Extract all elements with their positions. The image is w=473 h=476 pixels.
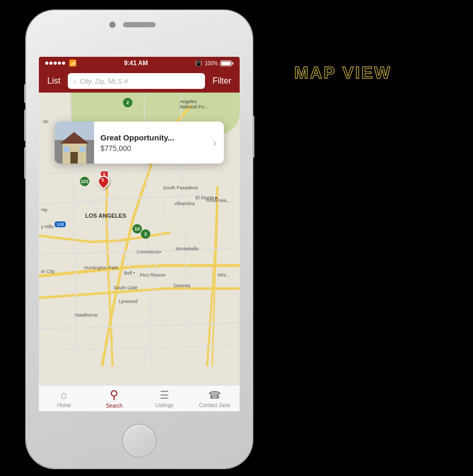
signal-dot: [45, 62, 48, 65]
highway-2-shield: 2: [123, 98, 132, 107]
map-label-er-city: er City: [41, 269, 55, 274]
map-label-el-monte: El Monte►: [196, 195, 219, 200]
listings-icon: ☰: [160, 389, 169, 401]
battery-body: [220, 60, 232, 66]
phone-icon: ☎: [208, 389, 221, 401]
home-icon: ⌂: [61, 389, 67, 401]
signal-dot: [58, 62, 61, 65]
battery-percent: 100%: [204, 60, 218, 66]
battery-icon: [220, 60, 233, 66]
signal-dot: [62, 62, 65, 65]
tab-contact-label: Contact Jane: [199, 402, 230, 408]
property-image: [55, 121, 94, 164]
nav-bar: List ⌕ City, Zip, MLS # Filter: [39, 69, 240, 93]
volume-mute-button: [24, 84, 26, 103]
status-right: 📳 100%: [195, 60, 233, 67]
volume-up-button: [24, 109, 26, 141]
map-label-hawthorne: Hawthorne: [75, 312, 98, 318]
phone-frame: 📶 9:41 AM 📳 100% List: [26, 11, 252, 468]
tab-bar: ⌂ Home ⚲ Search ☰ Listings ☎ Contact Jan…: [39, 385, 240, 411]
map-label-huntington-park: Huntington Park: [84, 265, 118, 270]
camera: [109, 22, 116, 28]
house-svg: [55, 121, 94, 164]
speaker: [123, 22, 156, 27]
tab-search[interactable]: ⚲ Search: [89, 388, 140, 409]
map-label-montebello: Montebello: [176, 246, 199, 251]
signal-dots: [45, 62, 65, 65]
map-label-angeles: AngelesNational Fo...: [180, 99, 208, 109]
map-pin-5[interactable]: 5: [98, 176, 109, 187]
status-bar: 📶 9:41 AM 📳 100%: [39, 57, 240, 69]
map-area[interactable]: 101 10 110 2 5 2 AngelesNational Fo... d…: [39, 93, 240, 385]
property-image-inner: [55, 121, 94, 164]
battery-fill: [221, 62, 231, 65]
map-label-south-gate: South Gate: [114, 285, 138, 290]
phone-top: [123, 22, 156, 27]
tab-listings-label: Listings: [156, 402, 173, 408]
property-price: $775,000: [100, 144, 199, 153]
tab-contact[interactable]: ☎ Contact Jane: [190, 389, 240, 408]
phone-body: 📶 9:41 AM 📳 100% List: [26, 11, 252, 468]
list-button[interactable]: List: [44, 76, 64, 86]
volume-down-button: [24, 147, 26, 179]
map-label-do: do: [43, 119, 48, 124]
highway-10-shield: 10: [132, 224, 142, 234]
map-label-city: •ity: [41, 207, 47, 212]
tab-home-label: Home: [57, 402, 71, 408]
bluetooth-icon: 📳: [195, 60, 202, 67]
property-popup[interactable]: Great Opportunity... $775,000 ›: [55, 121, 224, 164]
search-box[interactable]: ⌕ City, Zip, MLS #: [68, 73, 205, 89]
wifi-icon: 📶: [69, 59, 77, 67]
home-button[interactable]: [124, 425, 155, 457]
map-label-lynwood: Lynwood: [119, 299, 138, 304]
map-view-label: MAP VIEW: [294, 63, 392, 83]
map-label-alhambra: Alhambra: [174, 201, 195, 206]
tab-search-label: Search: [106, 403, 122, 409]
map-label-pico-rivera: Pico Rivera•: [140, 272, 166, 278]
signal-dot: [54, 62, 57, 65]
filter-button[interactable]: Filter: [209, 76, 234, 86]
map-label-bell: Bell •: [124, 270, 135, 276]
power-button: [252, 116, 254, 158]
search-icon: ⌕: [73, 77, 77, 85]
search-placeholder: City, Zip, MLS #: [80, 77, 128, 85]
map-label-downey: Downey: [173, 283, 191, 288]
status-time: 9:41 AM: [77, 59, 195, 67]
popup-chevron-icon[interactable]: ›: [205, 137, 224, 149]
map-label-los-angeles: LOS ANGELES: [85, 212, 126, 219]
highway-110-shield: 110: [55, 221, 66, 227]
search-icon: ⚲: [110, 388, 118, 402]
highway-2-shield: 2: [141, 229, 150, 239]
property-title: Great Opportunity...: [100, 133, 199, 142]
map-label-commerce: Commerce•: [137, 249, 161, 255]
tab-listings[interactable]: ☰ Listings: [139, 389, 190, 408]
battery-tip: [232, 62, 233, 65]
map-label-whi: Whi...: [218, 272, 230, 278]
property-info: Great Opportunity... $775,000: [94, 128, 205, 158]
svg-rect-7: [79, 147, 85, 152]
signal-area: 📶: [45, 59, 77, 67]
svg-rect-6: [64, 147, 69, 152]
screen: 📶 9:41 AM 📳 100% List: [39, 57, 240, 411]
highway-101-shield: 101: [80, 177, 89, 186]
svg-rect-5: [70, 152, 78, 164]
map-label-south-pasadena: South Pasadena: [163, 185, 198, 190]
tab-home[interactable]: ⌂ Home: [39, 389, 89, 408]
signal-dot: [49, 62, 53, 65]
map-label-y-hills: y Hills: [41, 224, 54, 229]
